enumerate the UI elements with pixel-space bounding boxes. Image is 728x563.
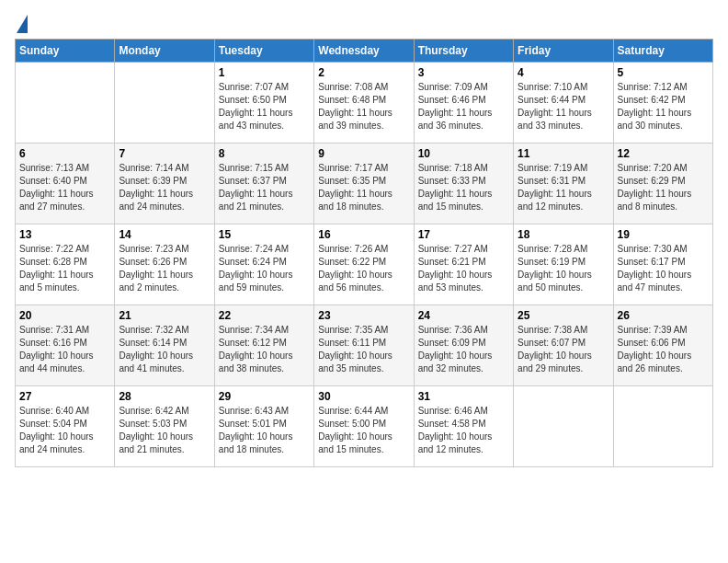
calendar-header-row: SundayMondayTuesdayWednesdayThursdayFrid… [16,40,713,63]
daylight: Daylight: 10 hours and 35 minutes. [318,350,409,375]
cell-content: Sunrise: 6:43 AM Sunset: 5:01 PM Dayligh… [219,405,310,456]
daylight: Daylight: 11 hours and 8 minutes. [618,188,709,213]
calendar-cell: 17 Sunrise: 7:27 AM Sunset: 6:21 PM Dayl… [414,224,513,305]
sunset: Sunset: 6:46 PM [418,94,509,107]
sunset: Sunset: 6:40 PM [19,175,110,188]
calendar-cell: 12 Sunrise: 7:20 AM Sunset: 6:29 PM Dayl… [613,144,712,224]
daylight: Daylight: 10 hours and 41 minutes. [119,350,210,375]
calendar-cell [613,386,712,467]
daylight: Daylight: 10 hours and 26 minutes. [618,350,709,375]
day-number: 12 [618,147,709,160]
cell-content: Sunrise: 6:40 AM Sunset: 5:04 PM Dayligh… [19,405,110,456]
cell-content: Sunrise: 7:34 AM Sunset: 6:12 PM Dayligh… [219,324,310,375]
weekday-header-friday: Friday [514,40,613,63]
cell-content: Sunrise: 6:44 AM Sunset: 5:00 PM Dayligh… [318,405,409,456]
calendar-cell: 26 Sunrise: 7:39 AM Sunset: 6:06 PM Dayl… [613,305,712,386]
daylight: Daylight: 11 hours and 39 minutes. [318,107,409,132]
daylight: Daylight: 11 hours and 30 minutes. [618,107,709,132]
weekday-header-thursday: Thursday [414,40,513,63]
sunrise: Sunrise: 7:09 AM [418,81,509,94]
sunset: Sunset: 6:19 PM [518,256,609,269]
calendar-cell: 16 Sunrise: 7:26 AM Sunset: 6:22 PM Dayl… [314,224,414,305]
day-number: 10 [418,147,509,160]
calendar-cell: 4 Sunrise: 7:10 AM Sunset: 6:44 PM Dayli… [514,63,613,144]
calendar-cell: 27 Sunrise: 6:40 AM Sunset: 5:04 PM Dayl… [16,386,115,467]
logo [15,15,28,29]
sunset: Sunset: 5:03 PM [119,418,210,431]
sunset: Sunset: 6:29 PM [618,175,709,188]
day-number: 28 [119,390,210,403]
sunrise: Sunrise: 7:27 AM [418,243,509,256]
calendar-cell: 25 Sunrise: 7:38 AM Sunset: 6:07 PM Dayl… [514,305,613,386]
sunset: Sunset: 6:28 PM [19,256,110,269]
day-number: 6 [19,147,110,160]
day-number: 26 [618,309,709,322]
logo-triangle-icon [17,15,28,33]
sunrise: Sunrise: 7:19 AM [518,162,609,175]
sunrise: Sunrise: 6:43 AM [219,405,310,418]
sunset: Sunset: 6:21 PM [418,256,509,269]
daylight: Daylight: 10 hours and 47 minutes. [618,269,709,294]
daylight: Daylight: 11 hours and 5 minutes. [19,269,110,294]
weekday-header-tuesday: Tuesday [214,40,313,63]
sunrise: Sunrise: 7:39 AM [618,324,709,337]
calendar-cell: 14 Sunrise: 7:23 AM Sunset: 6:26 PM Dayl… [115,224,214,305]
calendar-cell: 15 Sunrise: 7:24 AM Sunset: 6:24 PM Dayl… [214,224,313,305]
sunrise: Sunrise: 7:35 AM [318,324,409,337]
cell-content: Sunrise: 7:27 AM Sunset: 6:21 PM Dayligh… [418,243,509,294]
day-number: 15 [219,228,310,241]
page-header [15,15,713,29]
daylight: Daylight: 10 hours and 21 minutes. [119,431,210,456]
weekday-header-saturday: Saturday [613,40,712,63]
daylight: Daylight: 11 hours and 21 minutes. [219,188,310,213]
sunrise: Sunrise: 7:32 AM [119,324,210,337]
sunset: Sunset: 6:07 PM [518,337,609,350]
calendar-cell: 6 Sunrise: 7:13 AM Sunset: 6:40 PM Dayli… [16,144,115,224]
cell-content: Sunrise: 7:14 AM Sunset: 6:39 PM Dayligh… [119,162,210,213]
sunset: Sunset: 6:06 PM [618,337,709,350]
day-number: 29 [219,390,310,403]
sunrise: Sunrise: 7:36 AM [418,324,509,337]
cell-content: Sunrise: 7:09 AM Sunset: 6:46 PM Dayligh… [418,81,509,132]
cell-content: Sunrise: 7:31 AM Sunset: 6:16 PM Dayligh… [19,324,110,375]
sunrise: Sunrise: 7:15 AM [219,162,310,175]
sunset: Sunset: 6:33 PM [418,175,509,188]
sunrise: Sunrise: 7:17 AM [318,162,409,175]
daylight: Daylight: 11 hours and 12 minutes. [518,188,609,213]
daylight: Daylight: 10 hours and 32 minutes. [418,350,509,375]
daylight: Daylight: 10 hours and 53 minutes. [418,269,509,294]
weekday-header-sunday: Sunday [16,40,115,63]
cell-content: Sunrise: 7:39 AM Sunset: 6:06 PM Dayligh… [618,324,709,375]
daylight: Daylight: 11 hours and 18 minutes. [318,188,409,213]
cell-content: Sunrise: 7:20 AM Sunset: 6:29 PM Dayligh… [618,162,709,213]
calendar-week-row: 1 Sunrise: 7:07 AM Sunset: 6:50 PM Dayli… [16,63,713,144]
daylight: Daylight: 11 hours and 43 minutes. [219,107,310,132]
day-number: 22 [219,309,310,322]
sunset: Sunset: 5:01 PM [219,418,310,431]
calendar-cell: 5 Sunrise: 7:12 AM Sunset: 6:42 PM Dayli… [613,63,712,144]
calendar-cell: 22 Sunrise: 7:34 AM Sunset: 6:12 PM Dayl… [214,305,313,386]
day-number: 21 [119,309,210,322]
sunrise: Sunrise: 7:30 AM [618,243,709,256]
day-number: 3 [418,66,509,79]
sunrise: Sunrise: 7:22 AM [19,243,110,256]
calendar-cell: 29 Sunrise: 6:43 AM Sunset: 5:01 PM Dayl… [214,386,313,467]
day-number: 18 [518,228,609,241]
day-number: 7 [119,147,210,160]
calendar-table: SundayMondayTuesdayWednesdayThursdayFrid… [15,39,713,467]
sunset: Sunset: 5:00 PM [318,418,409,431]
calendar-cell: 30 Sunrise: 6:44 AM Sunset: 5:00 PM Dayl… [314,386,414,467]
cell-content: Sunrise: 6:42 AM Sunset: 5:03 PM Dayligh… [119,405,210,456]
calendar-cell: 18 Sunrise: 7:28 AM Sunset: 6:19 PM Dayl… [514,224,613,305]
calendar-week-row: 6 Sunrise: 7:13 AM Sunset: 6:40 PM Dayli… [16,144,713,224]
cell-content: Sunrise: 7:28 AM Sunset: 6:19 PM Dayligh… [518,243,609,294]
day-number: 14 [119,228,210,241]
cell-content: Sunrise: 6:46 AM Sunset: 4:58 PM Dayligh… [418,405,509,456]
sunrise: Sunrise: 7:18 AM [418,162,509,175]
weekday-header-wednesday: Wednesday [314,40,414,63]
sunset: Sunset: 6:24 PM [219,256,310,269]
sunset: Sunset: 6:31 PM [518,175,609,188]
sunrise: Sunrise: 7:20 AM [618,162,709,175]
sunset: Sunset: 6:44 PM [518,94,609,107]
calendar-cell: 10 Sunrise: 7:18 AM Sunset: 6:33 PM Dayl… [414,144,513,224]
